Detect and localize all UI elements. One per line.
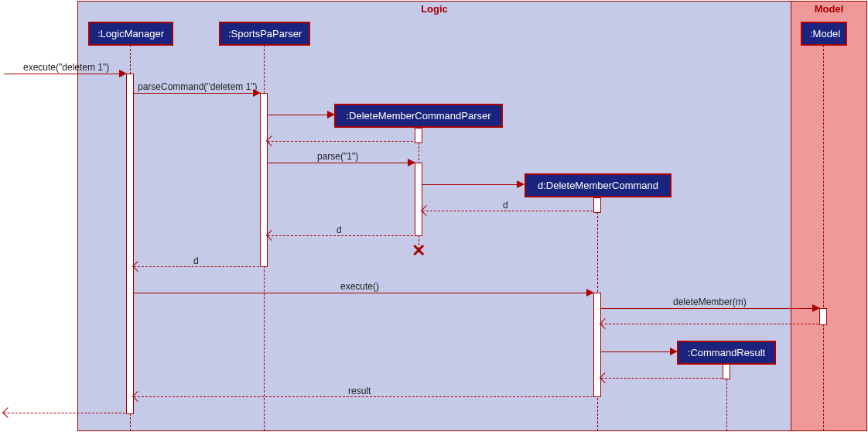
arrowhead-execute1	[119, 70, 127, 77]
msg-parsecommand: parseCommand("deletem 1")	[138, 81, 258, 92]
arrow-final-return	[4, 413, 125, 413]
sports-parser-activation	[260, 93, 268, 267]
model-activation	[819, 308, 827, 325]
arrow-deletemember	[601, 308, 817, 309]
msg-d2: d	[337, 225, 342, 235]
delete-member-command-participant: d:DeleteMemberCommand	[525, 173, 672, 197]
arrow-result	[134, 396, 593, 397]
arrow-parse1	[268, 163, 412, 163]
destroy-dmcp-icon: ✕	[411, 243, 426, 259]
model-frame-title: Model	[815, 3, 844, 15]
arrow-d3	[134, 266, 259, 267]
arrow-return-dmcp	[268, 141, 413, 142]
dmc-activation-1	[593, 197, 601, 213]
arrow-create-cr	[601, 351, 675, 352]
msg-execute1: execute("deletem 1")	[23, 62, 109, 73]
arrow-cr-return	[601, 378, 722, 379]
arrowhead-create-dmc	[517, 180, 525, 188]
arrowhead-execute2	[586, 289, 594, 297]
msg-result: result	[348, 386, 371, 396]
arrowhead-parse1	[408, 159, 415, 166]
dmcp-activation-2	[415, 163, 422, 236]
dmcp-activation-1	[415, 128, 422, 143]
msg-execute2: execute()	[340, 281, 379, 292]
msg-parse1: parse("1")	[317, 151, 358, 162]
delete-member-command-parser-participant: :DeleteMemberCommandParser	[334, 104, 503, 128]
logic-manager-participant: :LogicManager	[88, 22, 173, 46]
sports-parser-participant: :SportsPaParser	[219, 22, 310, 46]
arrow-execute1	[4, 74, 124, 74]
arrowhead-final-return	[2, 407, 13, 418]
arrowhead-create-dmcp	[327, 111, 335, 118]
arrow-create-dmc	[422, 184, 521, 185]
dmc-activation-2	[593, 293, 601, 397]
arrow-parsecommand	[134, 93, 258, 94]
arrow-deletemember-return	[601, 324, 818, 324]
arrow-create-dmcp	[268, 115, 332, 115]
arrow-d2	[268, 235, 413, 236]
arrow-d1	[422, 211, 593, 211]
arrowhead-create-cr	[670, 348, 678, 355]
arrow-execute2	[134, 293, 591, 293]
msg-d1: d	[503, 200, 508, 211]
arrowhead-parsecommand	[253, 89, 261, 97]
command-result-participant: :CommandResult	[677, 341, 776, 365]
arrowhead-deletemember	[812, 304, 820, 312]
logic-manager-activation	[126, 74, 134, 414]
command-result-activation	[723, 364, 730, 379]
model-frame: Model	[791, 1, 867, 431]
msg-deletemember: deleteMember(m)	[673, 297, 747, 307]
msg-d3: d	[193, 255, 199, 266]
logic-frame: Logic	[77, 1, 791, 431]
model-participant: :Model	[801, 22, 847, 46]
model-lifeline	[823, 45, 824, 431]
logic-frame-title: Logic	[421, 3, 448, 15]
